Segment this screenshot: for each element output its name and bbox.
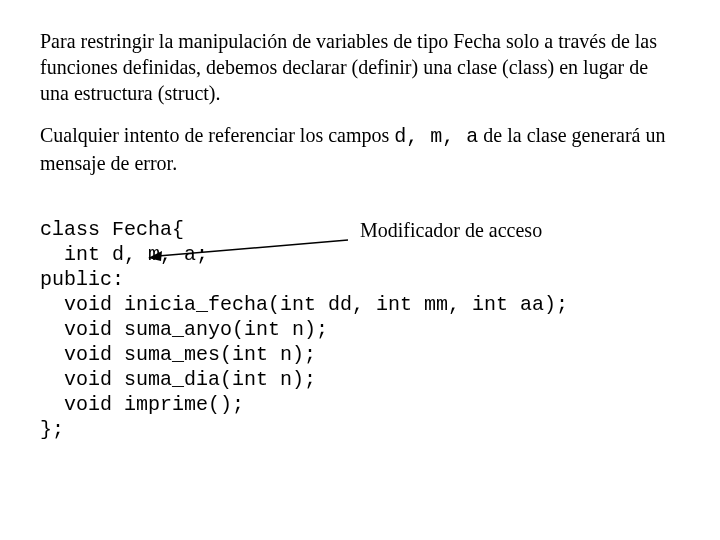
code-line-8: void imprime(); xyxy=(40,393,244,416)
code-line-4: void inicia_fecha(int dd, int mm, int aa… xyxy=(40,293,568,316)
code-block: class Fecha{ int d, m, a; public: void i… xyxy=(40,192,680,540)
code-line-6: void suma_mes(int n); xyxy=(40,343,316,366)
arrow-icon xyxy=(148,238,358,264)
paragraph-2-fields: d, m, a xyxy=(394,125,478,148)
code-line-7: void suma_dia(int n); xyxy=(40,368,316,391)
annotation-label: Modificador de acceso xyxy=(360,218,542,243)
code-line-3: public: xyxy=(40,268,124,291)
svg-line-0 xyxy=(158,240,348,256)
paragraph-2: Cualquier intento de referenciar los cam… xyxy=(40,122,680,176)
paragraph-2-lead: Cualquier intento de referenciar los cam… xyxy=(40,124,394,146)
paragraph-1-text: Para restringir la manipulación de varia… xyxy=(40,30,657,104)
svg-marker-1 xyxy=(148,251,162,261)
code-line-5: void suma_anyo(int n); xyxy=(40,318,328,341)
paragraph-1: Para restringir la manipulación de varia… xyxy=(40,28,680,106)
code-line-9: }; xyxy=(40,418,64,441)
